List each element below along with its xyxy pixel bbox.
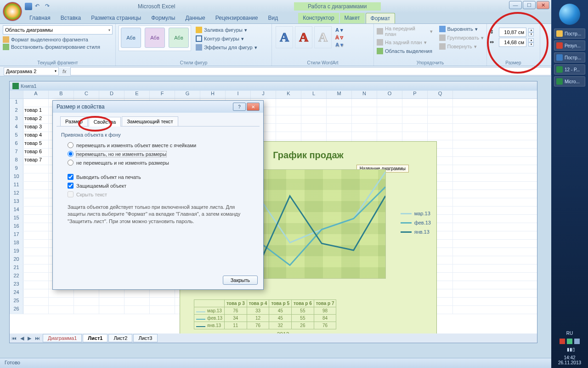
cell[interactable] — [377, 107, 402, 115]
tab-review[interactable]: Рецензирование — [211, 13, 263, 23]
cell[interactable] — [428, 132, 453, 140]
col-header[interactable]: E — [124, 91, 150, 98]
width-input[interactable] — [499, 38, 526, 47]
radio-move-resize[interactable]: перемещать и изменять объект вместе с яч… — [68, 142, 255, 148]
row-header[interactable]: 21 — [10, 264, 23, 272]
wordart-gallery[interactable]: A A A — [275, 25, 333, 49]
cell[interactable] — [23, 99, 49, 107]
cell[interactable] — [23, 190, 49, 198]
cell[interactable] — [23, 256, 49, 264]
cell[interactable] — [276, 124, 301, 132]
row-header[interactable]: 12 — [10, 190, 23, 198]
bring-front-button[interactable]: На передний план ▾ — [377, 25, 433, 37]
tab-view[interactable]: Вид — [263, 13, 283, 23]
height-input[interactable] — [499, 28, 526, 37]
tray-volume-icon[interactable] — [574, 339, 580, 344]
tab-chart-design[interactable]: Конструктор — [298, 13, 339, 23]
row-header[interactable]: 15 — [10, 215, 23, 223]
cell[interactable] — [150, 306, 175, 314]
dialog-tab-properties[interactable]: Свойства — [89, 117, 121, 126]
cell[interactable] — [276, 107, 301, 115]
cell[interactable] — [23, 231, 49, 239]
sheet-tab[interactable]: Лист1 — [83, 334, 107, 342]
language-indicator[interactable]: RU — [551, 331, 588, 336]
width-down[interactable]: ▾ — [528, 42, 534, 46]
row-header[interactable]: 7 — [10, 149, 23, 156]
col-header[interactable]: P — [402, 91, 428, 98]
start-button[interactable] — [559, 4, 580, 25]
cell[interactable] — [352, 115, 377, 123]
text-fill-icon[interactable]: A ▾ — [335, 27, 343, 33]
text-outline-icon[interactable]: A ▾ — [335, 34, 343, 40]
width-up[interactable]: ▴ — [528, 38, 534, 42]
tab-chart-layout[interactable]: Макет — [340, 13, 365, 23]
cell[interactable] — [124, 306, 150, 314]
cell[interactable] — [276, 132, 301, 140]
col-header[interactable]: O — [377, 91, 402, 98]
row-header[interactable]: 18 — [10, 240, 23, 247]
cell[interactable] — [352, 99, 377, 107]
cell[interactable] — [23, 273, 49, 281]
taskbar-item[interactable]: Постр... — [554, 52, 585, 63]
cell[interactable] — [428, 99, 453, 107]
col-header[interactable]: I — [226, 91, 251, 98]
sheet-tab[interactable]: Лист3 — [133, 334, 157, 342]
cell[interactable]: товар 2 — [23, 115, 49, 123]
cell[interactable] — [124, 298, 150, 305]
cell[interactable] — [377, 124, 402, 132]
check-hide-text[interactable]: Скрыть текст — [68, 191, 255, 197]
cell[interactable] — [402, 99, 428, 107]
row-header[interactable]: 10 — [10, 173, 23, 181]
cell[interactable] — [23, 298, 49, 305]
col-header[interactable]: B — [49, 91, 74, 98]
cell[interactable] — [402, 115, 428, 123]
tray-date[interactable]: 26.11.2013 — [551, 360, 588, 365]
sheet-tab[interactable]: Диаграмма1 — [43, 334, 82, 342]
row-header[interactable]: 11 — [10, 182, 23, 190]
cell[interactable] — [327, 107, 352, 115]
row-header[interactable]: 8 — [10, 157, 23, 165]
col-header[interactable]: M — [327, 91, 352, 98]
tray-time[interactable]: 14:42 — [551, 355, 588, 360]
row-header[interactable]: 14 — [10, 207, 23, 214]
row-header[interactable]: 19 — [10, 248, 23, 256]
maximize-button[interactable]: ☐ — [523, 1, 536, 9]
cell[interactable] — [23, 198, 49, 206]
cell[interactable] — [150, 298, 175, 305]
radio-move-only[interactable]: перемещать, но не изменять размеры — [68, 151, 255, 157]
height-up[interactable]: ▴ — [528, 28, 534, 32]
radio-no-move[interactable]: не перемещать и не изменять размеры — [68, 160, 255, 166]
reset-style-button[interactable]: Восстановить форматирование стиля — [3, 43, 113, 51]
dialog-help-button[interactable]: ? — [233, 103, 246, 111]
cell[interactable] — [99, 289, 124, 297]
col-header[interactable]: F — [150, 91, 175, 98]
format-selection-button[interactable]: Формат выделенного фрагмента — [3, 36, 113, 43]
row-header[interactable]: 4 — [10, 124, 23, 132]
cell[interactable] — [49, 306, 74, 314]
cell[interactable] — [301, 107, 327, 115]
chart-elements-dropdown[interactable]: Область диаграммы — [3, 25, 113, 34]
row-header[interactable]: 22 — [10, 273, 23, 281]
row-header[interactable]: 25 — [10, 298, 23, 305]
tab-chart-format[interactable]: Формат — [366, 13, 396, 23]
shape-style-gallery[interactable]: Абв Абв Абв — [119, 25, 191, 51]
tray-network-icon[interactable]: ▮▮▯ — [567, 347, 572, 352]
chart-legend[interactable]: мар.13 фев.13 янв.13 — [401, 211, 431, 238]
dialog-close-button[interactable]: Закрыть — [223, 276, 258, 285]
save-icon[interactable] — [25, 3, 32, 10]
tab-data[interactable]: Данные — [181, 13, 209, 23]
cell[interactable] — [23, 173, 49, 181]
col-header[interactable]: H — [200, 91, 226, 98]
cell[interactable]: товар 4 — [23, 132, 49, 140]
row-header[interactable]: 13 — [10, 198, 23, 206]
row-header[interactable]: 24 — [10, 289, 23, 297]
taskbar-item[interactable]: Постр... — [554, 29, 585, 39]
cell[interactable] — [74, 306, 99, 314]
tray-flag-icon[interactable] — [560, 339, 565, 344]
tab-insert[interactable]: Вставка — [56, 13, 86, 23]
cell[interactable] — [377, 115, 402, 123]
cell[interactable]: товар 6 — [23, 149, 49, 156]
cell[interactable] — [301, 132, 327, 140]
cell[interactable] — [23, 281, 49, 289]
cell[interactable] — [276, 99, 301, 107]
